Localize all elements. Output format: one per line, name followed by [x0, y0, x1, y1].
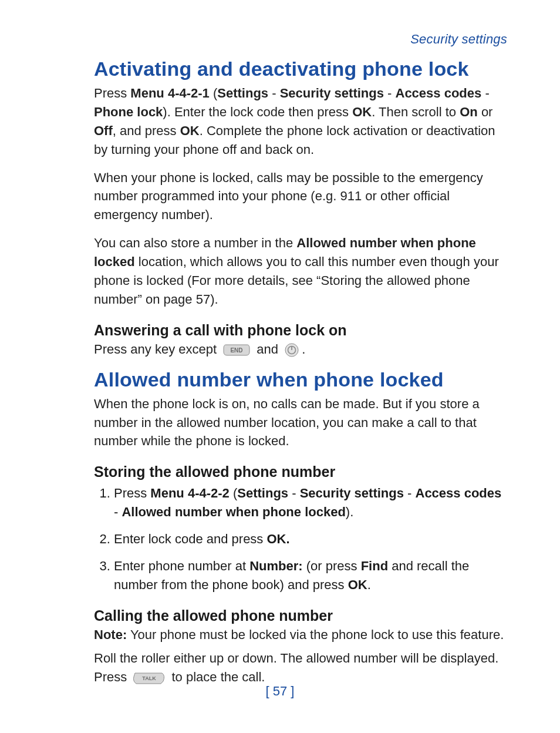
menu-path: Menu 4-4-2-2 — [150, 486, 229, 500]
text: Enter phone number at — [114, 559, 249, 573]
heading-allowed-number: Allowed number when phone locked — [94, 368, 507, 391]
para-allowed-number-intro: You can also store a number in the Allow… — [94, 234, 507, 309]
path-access-codes: Access codes — [416, 486, 502, 500]
para-emergency-number: When your phone is locked, calls may be … — [94, 169, 507, 225]
para-activating-instructions: Press Menu 4-4-2-1 (Settings - Security … — [94, 84, 507, 159]
note-label: Note: — [94, 627, 127, 642]
text: Enter lock code and press — [114, 532, 266, 546]
text: . — [367, 577, 371, 592]
text: ). — [346, 505, 353, 519]
text: Press any key except — [94, 342, 217, 357]
text: Your phone must be locked via the phone … — [127, 627, 504, 642]
heading-activating: Activating and deactivating phone lock — [94, 58, 507, 80]
text: - — [404, 486, 416, 500]
path-settings: Settings — [237, 486, 288, 500]
text: ( — [230, 486, 237, 500]
steps-list: Press Menu 4-4-2-2 (Settings - Security … — [94, 484, 507, 594]
text: location, which allows you to call this … — [94, 254, 499, 307]
path-security: Security settings — [300, 486, 404, 500]
text: - — [114, 505, 122, 519]
para-note: Note: Your phone must be locked via the … — [94, 626, 507, 644]
heading-calling-number: Calling the allowed phone number — [94, 607, 507, 624]
number-label: Number: — [249, 559, 302, 573]
text: . — [302, 342, 305, 357]
path-security: Security settings — [280, 86, 384, 100]
svg-text:TALK: TALK — [143, 675, 157, 681]
text: and — [257, 342, 278, 357]
step-3: Enter phone number at Number: (or press … — [114, 557, 507, 594]
text: , and press — [113, 123, 180, 138]
text: . Then scroll to — [372, 105, 460, 119]
text: Press — [114, 486, 150, 500]
text: Press — [94, 86, 130, 100]
text: (or press — [303, 559, 361, 573]
ok-label: OK. — [266, 532, 289, 546]
ok-label: OK — [348, 577, 367, 592]
text: - — [268, 86, 280, 100]
path-allowed-number: Allowed number when phone locked — [122, 505, 345, 519]
text: ). Enter the lock code then press — [163, 105, 352, 119]
ok-label-2: OK — [180, 123, 200, 138]
end-key-icon: END — [222, 344, 251, 357]
find-label: Find — [361, 559, 388, 573]
text: - — [481, 86, 489, 100]
path-access-codes: Access codes — [396, 86, 482, 100]
text: You can also store a number in the — [94, 236, 296, 250]
text: - — [384, 86, 396, 100]
off-label: Off — [94, 123, 113, 138]
section-header: Security settings — [94, 32, 507, 47]
path-settings: Settings — [217, 86, 268, 100]
svg-text:END: END — [231, 347, 243, 354]
step-1: Press Menu 4-4-2-2 (Settings - Security … — [114, 484, 507, 522]
text: to place the call. — [172, 670, 265, 684]
talk-key-icon: TALK — [133, 671, 166, 685]
text: - — [288, 486, 300, 500]
on-label: On — [460, 105, 478, 119]
para-answering-call: Press any key except END and . — [94, 340, 507, 359]
para-calling: Roll the roller either up or down. The a… — [94, 649, 507, 687]
para-allowed-number: When the phone lock is on, no calls can … — [94, 395, 507, 451]
step-2: Enter lock code and press OK. — [114, 530, 507, 549]
heading-answering-call: Answering a call with phone lock on — [94, 322, 507, 339]
ok-label: OK — [352, 105, 372, 119]
text: or — [478, 105, 493, 119]
path-phone-lock: Phone lock — [94, 105, 163, 119]
menu-path: Menu 4-4-2-1 — [130, 86, 209, 100]
page-number: [ 57 ] — [0, 684, 560, 699]
page-content: Security settings Activating and deactiv… — [0, 0, 560, 686]
power-key-icon — [284, 342, 299, 358]
heading-storing-number: Storing the allowed phone number — [94, 463, 507, 480]
text: ( — [210, 86, 217, 100]
